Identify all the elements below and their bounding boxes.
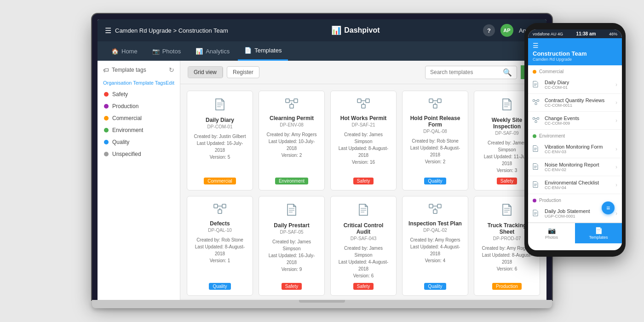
nav-analytics-label: Analytics — [206, 48, 230, 55]
svg-rect-55 — [537, 117, 539, 119]
card-code: DP-SAF-05 — [280, 230, 303, 235]
sidebar-item-home[interactable]: 🏠 Home — [105, 41, 144, 61]
tag-label: Safety — [112, 91, 128, 98]
phone-item-content: Vibration Monitoring Form CC-ENV-03 — [545, 144, 615, 154]
card-meta: Created by: Rob StoneLast Updated: 8-Aug… — [408, 138, 462, 165]
phone-tab-templates[interactable]: 📄 Templates — [575, 223, 622, 243]
phone-item-content: Daily Diary CC-COM-01 — [545, 80, 615, 90]
view-toggle: Grid view — [188, 66, 223, 78]
secondary-navigation: 🏠 Home 📷 Photos 📊 Analytics 📄 Templates — [98, 41, 546, 61]
template-card[interactable]: Inspection Test Plan DP-QAL-02 Created b… — [402, 196, 468, 296]
card-icon — [502, 204, 512, 218]
phone-item-code: CC-COM-009 — [545, 121, 615, 126]
template-tags-sidebar: 🏷 Template tags ↻ Organisation Template … — [98, 61, 180, 300]
hamburger-menu-icon[interactable]: ☰ — [105, 26, 111, 35]
breadcrumb: Camden Rd Upgrade > Construction Team — [115, 27, 228, 34]
card-code: DP-ENV-08 — [280, 122, 304, 127]
svg-rect-8 — [357, 99, 361, 103]
card-meta: Created by: Justin GilbertLast Updated: … — [193, 133, 247, 161]
svg-rect-3 — [286, 99, 289, 103]
phone-bottom-bar: 📷 Photos 📄 Templates — [528, 223, 622, 243]
sidebar-item-photos[interactable]: 📷 Photos — [146, 41, 187, 61]
search-box[interactable]: 🔍 — [425, 66, 517, 79]
home-icon: 🏠 — [111, 48, 119, 55]
tag-item-safety[interactable]: Safety — [98, 88, 180, 100]
card-icon — [429, 204, 442, 217]
svg-rect-50 — [537, 99, 539, 101]
edit-tags-link[interactable]: Edit — [166, 80, 174, 86]
svg-rect-54 — [533, 117, 535, 119]
svg-rect-49 — [533, 99, 535, 101]
template-card[interactable]: Daily Diary DP-COM-01 Created by: Justin… — [187, 91, 253, 190]
phone-list-item[interactable]: Daily Diary CC-COM-01 › — [528, 76, 622, 94]
phone-list-item[interactable]: Environmental Checklist CC-ENV-04 › — [528, 176, 622, 194]
template-card[interactable]: Hold Point Release Form DP-QAL-08 Create… — [402, 91, 468, 190]
card-code: DP-SAF-09 — [495, 131, 518, 136]
phone-tab-photos[interactable]: 📷 Photos — [528, 223, 575, 243]
card-tag: Environment — [275, 178, 308, 184]
phone-item-title: Contract Quantity Reviews — [545, 98, 615, 103]
phone-list-item[interactable]: Vibration Monitoring Form CC-ENV-03 › — [528, 140, 622, 158]
phone-status-bar: vodafone AU 4G 11:38 am 46% — [528, 29, 622, 38]
section-dot — [533, 70, 536, 74]
phone-section-header: Environment — [528, 130, 622, 140]
phone-item-code: UGP-COM-0001 — [545, 214, 615, 218]
phone-hamburger-icon[interactable]: ☰ — [533, 42, 617, 49]
dashpivot-logo-icon: 📊 — [331, 25, 341, 35]
template-card[interactable]: Daily Prestart DP-SAF-05 Created by: Jam… — [259, 196, 325, 296]
sidebar-item-templates[interactable]: 📄 Templates — [238, 41, 288, 61]
card-tag: Safety — [282, 283, 302, 290]
register-button[interactable]: Register — [227, 66, 259, 78]
tag-item-production[interactable]: Production — [98, 100, 180, 112]
card-tag: Quality — [424, 283, 446, 290]
content-toolbar: Grid view Register 🔍 — [180, 61, 546, 84]
svg-rect-10 — [362, 104, 365, 108]
phone-item-icon — [533, 99, 542, 106]
card-code: DP-SAF-21 — [351, 122, 375, 127]
tag-label: Environment — [112, 127, 143, 133]
phone-item-icon — [533, 181, 542, 189]
card-tag: Production — [492, 283, 522, 290]
tag-item-unspecified[interactable]: Unspecified — [98, 148, 180, 160]
tag-icon: 🏷 — [103, 67, 109, 74]
card-tag: Commercial — [204, 178, 236, 184]
card-icon — [285, 98, 298, 111]
phone-item-title: Noise Monitoring Report — [545, 162, 615, 167]
sidebar-item-analytics[interactable]: 📊 Analytics — [189, 41, 236, 61]
tag-label: Commercial — [112, 115, 142, 121]
tag-item-quality[interactable]: Quality — [98, 136, 180, 148]
grid-view-button[interactable]: Grid view — [188, 67, 222, 78]
phone-fab-button[interactable]: ≡ — [602, 201, 615, 214]
phone-tab-photos-label: Photos — [545, 235, 558, 240]
card-meta: Created by: Amy RogersLast Updated: 4-Au… — [408, 236, 462, 264]
section-label: Environment — [539, 133, 565, 138]
card-meta: Created by: James SimpsonLast Updated: 1… — [264, 238, 319, 273]
chevron-right-icon: › — [615, 210, 617, 217]
sidebar-title: Template tags — [112, 67, 146, 73]
chevron-right-icon: › — [615, 117, 617, 124]
phone-item-code: CC-ENV-04 — [545, 185, 615, 190]
tag-item-environment[interactable]: Environment — [98, 124, 180, 136]
card-title: Daily Diary — [206, 117, 234, 123]
phone-item-title: Vibration Monitoring Form — [545, 144, 615, 150]
svg-rect-32 — [429, 204, 433, 208]
svg-rect-4 — [294, 99, 298, 103]
template-card[interactable]: Defects DP-QAL-10 Created by: Rob StoneL… — [187, 196, 253, 296]
search-input[interactable] — [430, 69, 500, 75]
template-card[interactable]: Clearning Permit DP-ENV-08 Created by: A… — [259, 91, 325, 190]
phone-list-item[interactable]: Contract Quantity Reviews CC-COM-0011 › — [528, 94, 622, 112]
help-button[interactable]: ? — [483, 24, 495, 36]
chevron-right-icon: › — [615, 99, 617, 106]
template-card[interactable]: Critical Control Audit DP-SAF-043 Create… — [330, 196, 397, 296]
card-code: DP-PROD-07 — [493, 236, 521, 241]
phone-item-code: CC-COM-0011 — [545, 103, 615, 108]
phone-item-content: Noise Monitoring Report CC-ENV-02 — [545, 162, 615, 172]
tag-item-commercial[interactable]: Commercial — [98, 112, 180, 124]
phone-list-item[interactable]: Change Events CC-COM-009 › — [528, 112, 622, 130]
card-icon — [502, 98, 512, 113]
refresh-icon[interactable]: ↻ — [169, 66, 174, 74]
card-code: DP-SAF-043 — [351, 236, 377, 241]
template-card[interactable]: Hot Works Permit DP-SAF-21 Created by: J… — [330, 91, 397, 190]
phone-list-item[interactable]: Noise Monitoring Report CC-ENV-02 › — [528, 158, 622, 176]
phone-item-code: CC-ENV-02 — [545, 167, 615, 172]
